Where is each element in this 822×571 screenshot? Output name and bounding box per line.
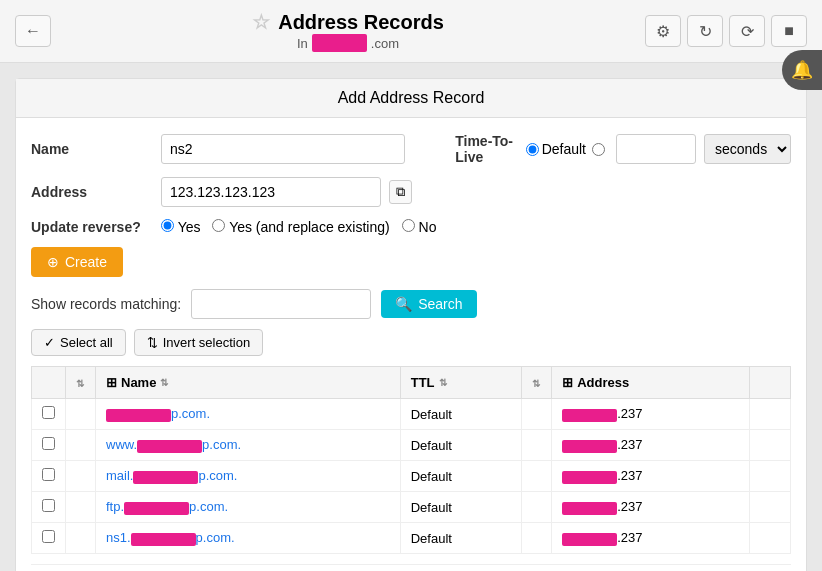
ttl-default-radio-label[interactable]: Default	[526, 141, 586, 157]
th-address[interactable]: ⊞ Address	[552, 367, 750, 399]
row-checkbox-5[interactable]	[32, 523, 66, 554]
row-name-link-5[interactable]: p.com.	[196, 530, 235, 545]
form-title: Add Address Record	[16, 79, 806, 118]
row-name-3: mail.p.com.	[96, 461, 401, 492]
subtitle-suffix: .com	[371, 36, 399, 51]
stop-icon: ■	[784, 22, 794, 40]
row-address-redacted-5	[562, 533, 617, 546]
copy-button[interactable]: ⧉	[389, 180, 412, 204]
ttl-default-label: Default	[542, 141, 586, 157]
row-ttl-3: Default	[400, 461, 521, 492]
th-actions	[749, 367, 790, 399]
records-table: ⇅ ⊞ Name ⇅ TTL	[31, 366, 791, 554]
th-name-sort-icon: ⇅	[160, 377, 168, 388]
update-reverse-yes-replace-label[interactable]: Yes (and replace existing)	[212, 219, 389, 235]
update-reverse-no-radio[interactable]	[402, 219, 415, 232]
row-ttl-4: Default	[400, 492, 521, 523]
stop-button[interactable]: ■	[771, 15, 807, 47]
row-address-suffix-2: .237	[617, 437, 642, 452]
update-reverse-no-text: No	[419, 219, 437, 235]
row-name-redacted-5	[131, 533, 196, 546]
address-input[interactable]	[161, 177, 381, 207]
ttl-label: Time-To-Live	[455, 133, 517, 165]
table-row: ns1.p.com. Default .237	[32, 523, 791, 554]
row-address-2: .237	[552, 430, 750, 461]
row-name-redacted-2	[137, 440, 202, 453]
ttl-default-radio[interactable]	[526, 143, 539, 156]
row-ttl-2: Default	[400, 430, 521, 461]
th-sort[interactable]: ⇅	[66, 367, 96, 399]
row-address-suffix-1: .237	[617, 406, 642, 421]
row-address-suffix-5: .237	[617, 530, 642, 545]
sync-icon: ⟳	[741, 22, 754, 41]
search-label: Show records matching:	[31, 296, 181, 312]
notification-bell-button[interactable]: 🔔	[782, 50, 822, 90]
ttl-unit-select[interactable]: seconds minutes hours	[704, 134, 791, 164]
th-ttl-label: TTL	[411, 375, 435, 390]
row-action-4	[749, 492, 790, 523]
th-sort2[interactable]: ⇅	[522, 367, 552, 399]
update-reverse-yes-text: Yes	[178, 219, 201, 235]
th-checkbox	[32, 367, 66, 399]
row-address-redacted-1	[562, 409, 617, 422]
sync-button[interactable]: ⟳	[729, 15, 765, 47]
refresh-button[interactable]: ↻	[687, 15, 723, 47]
row-action-3	[749, 461, 790, 492]
row-checkbox-3[interactable]	[32, 461, 66, 492]
create-label: Create	[65, 254, 107, 270]
table-row: mail.p.com. Default .237	[32, 461, 791, 492]
update-reverse-yes-radio[interactable]	[161, 219, 174, 232]
update-reverse-no-label[interactable]: No	[402, 219, 437, 235]
invert-label-top: Invert selection	[163, 335, 250, 350]
row-checkbox-1[interactable]	[32, 399, 66, 430]
table-row: ftp.p.com. Default .237	[32, 492, 791, 523]
row-name-link-3[interactable]: p.com.	[198, 468, 237, 483]
row-ttl-5: Default	[400, 523, 521, 554]
row-name-redacted-1	[106, 409, 171, 422]
select-all-button-top[interactable]: ✓ Select all	[31, 329, 126, 356]
update-reverse-yes-replace-radio[interactable]	[212, 219, 225, 232]
ttl-custom-radio-label[interactable]	[592, 143, 608, 156]
row-sort2-1	[522, 399, 552, 430]
row-address-suffix-4: .237	[617, 499, 642, 514]
update-reverse-yes-label[interactable]: Yes	[161, 219, 200, 235]
th-name-label: Name	[121, 375, 156, 390]
ttl-custom-radio[interactable]	[592, 143, 605, 156]
search-button[interactable]: 🔍 Search	[381, 290, 476, 318]
copy-icon: ⧉	[396, 184, 405, 199]
invert-selection-button-top[interactable]: ⇅ Invert selection	[134, 329, 263, 356]
back-button[interactable]: ←	[15, 15, 51, 47]
table-row: p.com. Default .237	[32, 399, 791, 430]
row-name-link-1[interactable]: p.com.	[171, 406, 210, 421]
select-all-label-top: Select all	[60, 335, 113, 350]
update-reverse-label: Update reverse?	[31, 219, 151, 235]
ttl-value-input[interactable]	[616, 134, 696, 164]
filter-icon: ⚙	[656, 22, 670, 41]
filter-button[interactable]: ⚙	[645, 15, 681, 47]
row-sort-3	[66, 461, 96, 492]
row-sort2-5	[522, 523, 552, 554]
row-checkbox-2[interactable]	[32, 430, 66, 461]
bell-icon: 🔔	[791, 59, 813, 81]
row-address-redacted-4	[562, 502, 617, 515]
row-address-4: .237	[552, 492, 750, 523]
search-input[interactable]	[191, 289, 371, 319]
refresh-icon: ↻	[699, 22, 712, 41]
row-sort-2	[66, 430, 96, 461]
search-icon: 🔍	[395, 296, 412, 312]
row-checkbox-4[interactable]	[32, 492, 66, 523]
table-row: www.p.com. Default .237	[32, 430, 791, 461]
row-address-3: .237	[552, 461, 750, 492]
page-title: Address Records	[278, 11, 444, 34]
name-input[interactable]	[161, 134, 405, 164]
th-ttl[interactable]: TTL ⇅	[400, 367, 521, 399]
th-name[interactable]: ⊞ Name ⇅	[96, 367, 401, 399]
row-name-4: ftp.p.com.	[96, 492, 401, 523]
row-name-redacted-4	[124, 502, 189, 515]
star-icon[interactable]: ☆	[252, 10, 270, 34]
create-button[interactable]: ⊕ Create	[31, 247, 123, 277]
row-name-link-4[interactable]: p.com.	[189, 499, 228, 514]
row-address-redacted-2	[562, 440, 617, 453]
row-name-link-2[interactable]: p.com.	[202, 437, 241, 452]
select-all-check-icon-top: ✓	[44, 335, 55, 350]
